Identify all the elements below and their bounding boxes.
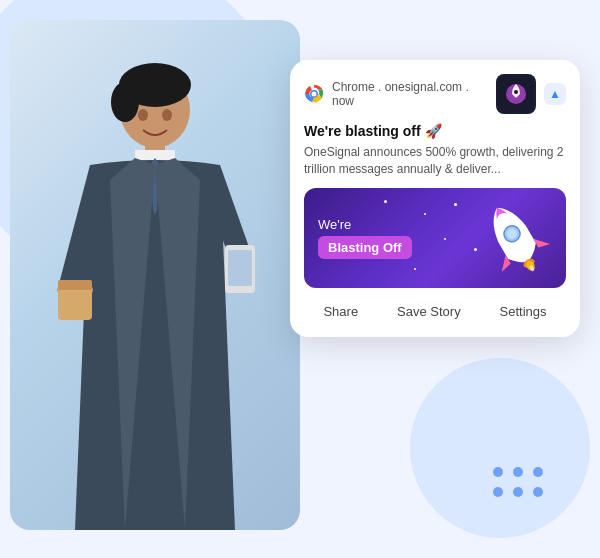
notification-thumbnail (496, 74, 536, 114)
chrome-icon (304, 84, 324, 104)
banner-text: We're Blasting Off (318, 217, 412, 259)
star-4 (444, 238, 446, 240)
chevron-up-icon: ▲ (549, 87, 561, 101)
chevron-up-button[interactable]: ▲ (544, 83, 566, 105)
svg-point-27 (493, 487, 503, 497)
photo-background (10, 20, 300, 530)
star-7 (414, 268, 416, 270)
banner-blasting-off: Blasting Off (318, 236, 412, 259)
svg-point-18 (514, 90, 518, 94)
scene: Chrome . onesignal.com . now ▲ We're bla… (0, 0, 600, 558)
notification-title: We're blasting off 🚀 (304, 122, 566, 140)
notification-banner: We're Blasting Off (304, 188, 566, 288)
notification-actions: Share Save Story Settings (304, 300, 566, 323)
svg-rect-8 (58, 280, 92, 290)
save-story-button[interactable]: Save Story (389, 300, 469, 323)
star-2 (424, 213, 426, 215)
bg-circle-bottom (410, 358, 590, 538)
svg-point-29 (533, 487, 543, 497)
svg-point-28 (513, 487, 523, 497)
svg-point-25 (513, 467, 523, 477)
settings-button[interactable]: Settings (492, 300, 555, 323)
star-1 (384, 200, 387, 203)
man-figure (40, 50, 270, 530)
notification-body: OneSignal announces 500% growth, deliver… (304, 144, 566, 178)
notification-card: Chrome . onesignal.com . now ▲ We're bla… (290, 60, 580, 337)
svg-point-11 (138, 109, 148, 121)
share-button[interactable]: Share (315, 300, 366, 323)
svg-point-2 (111, 82, 139, 122)
banner-we-are: We're (318, 217, 412, 232)
notification-header: Chrome . onesignal.com . now ▲ (304, 74, 566, 114)
svg-point-26 (533, 467, 543, 477)
svg-point-12 (162, 109, 172, 121)
svg-rect-10 (228, 250, 252, 286)
star-3 (454, 203, 457, 206)
rocket-icon (471, 193, 556, 282)
svg-point-24 (493, 467, 503, 477)
svg-point-15 (312, 92, 317, 97)
notification-source: Chrome . onesignal.com . now (332, 80, 488, 108)
decorative-dots (490, 464, 550, 508)
